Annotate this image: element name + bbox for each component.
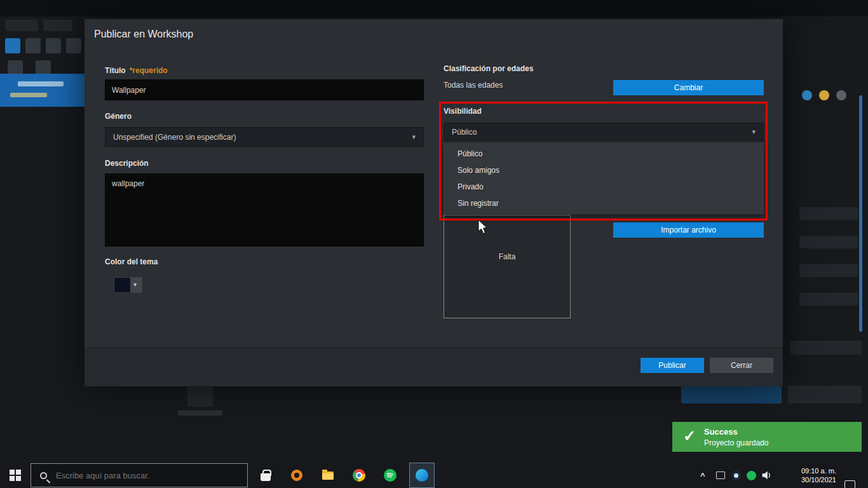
annotation-red-box	[439, 102, 768, 220]
mouse-cursor	[478, 219, 489, 235]
toast-message: Proyecto guardado	[704, 438, 768, 447]
file-explorer-icon	[322, 471, 334, 480]
chevron-down-icon: ▾	[412, 133, 416, 141]
spotify-tray-icon[interactable]	[747, 471, 756, 480]
background-label	[178, 410, 222, 416]
background-toolbar-icon	[66, 38, 81, 53]
clock-date: 30/10/2021	[787, 475, 836, 484]
background-toolbar-icon	[25, 38, 41, 53]
color-swatch	[114, 278, 130, 292]
start-button[interactable]	[3, 463, 28, 488]
windows-logo-icon	[10, 470, 21, 481]
background-selected-item	[0, 74, 85, 107]
genre-selected-value: Unspecified (Género sin especificar)	[113, 133, 236, 142]
taskbar-app-store[interactable]	[253, 463, 278, 488]
taskbar: ^ 09:10 a. m. 30/10/2021	[0, 463, 868, 488]
background-panel-item	[799, 207, 858, 220]
clock[interactable]: 09:10 a. m. 30/10/2021	[787, 466, 836, 484]
description-textarea[interactable]: wallpaper	[105, 173, 424, 247]
background-titlebar	[0, 0, 868, 17]
background-toolbar-icon	[46, 38, 61, 53]
import-file-button[interactable]: Importar archivo	[613, 222, 764, 238]
change-rating-button[interactable]: Cambiar	[613, 80, 764, 95]
microsoft-store-icon	[261, 473, 271, 481]
steam-tray-icon[interactable]	[731, 471, 741, 480]
background-status-dot	[819, 90, 829, 100]
theme-color-picker[interactable]: ▾	[113, 276, 143, 294]
background-status-dot	[802, 90, 812, 100]
volume-icon[interactable]	[761, 470, 772, 481]
dialog-title: Publicar en Workshop	[94, 29, 193, 40]
orange-app-icon	[291, 470, 302, 481]
description-label: Descripción	[105, 159, 149, 168]
check-icon: ✓	[683, 427, 696, 445]
theme-color-label: Color del tema	[105, 257, 158, 266]
chrome-icon	[353, 469, 365, 482]
taskbar-app-orange[interactable]	[284, 463, 309, 488]
toast-title: Success	[704, 427, 738, 437]
background-panel-item	[799, 293, 858, 306]
age-rating-label: Clasificación por edades	[444, 64, 533, 73]
taskbar-search[interactable]	[31, 463, 248, 487]
search-icon	[40, 472, 47, 479]
taskbar-app-wallpaper-engine-active[interactable]	[409, 463, 435, 488]
background-menu-item	[5, 20, 38, 31]
genre-select[interactable]: Unspecified (Género sin especificar) ▾	[105, 127, 424, 147]
background-panel-item	[799, 264, 858, 277]
required-marker: *requerido	[130, 66, 168, 75]
genre-label: Género	[105, 112, 132, 121]
taskbar-app-explorer[interactable]	[315, 463, 341, 488]
background-status-dot	[836, 90, 846, 100]
spotify-icon	[384, 469, 397, 482]
background-panel-item	[790, 341, 862, 355]
close-button[interactable]: Cerrar	[710, 358, 773, 373]
background-button	[788, 386, 862, 403]
taskbar-app-chrome[interactable]	[346, 463, 372, 488]
title-input[interactable]	[105, 79, 424, 100]
success-toast: ✓ Success Proyecto guardado	[672, 422, 862, 452]
wallpaper-engine-icon	[416, 469, 428, 482]
preview-box[interactable]: Falta	[444, 215, 571, 318]
tray-chevron-up-icon[interactable]: ^	[700, 471, 705, 480]
clock-time: 09:10 a. m.	[787, 466, 836, 475]
background-menu-item	[43, 20, 72, 31]
taskbar-app-spotify[interactable]	[377, 463, 403, 488]
action-center-icon[interactable]	[844, 480, 855, 488]
background-scrollbar	[859, 95, 862, 332]
chevron-down-icon: ▾	[133, 281, 137, 288]
screen: Publicar en Workshop Título*requerido Gé…	[0, 0, 868, 488]
tray-app-icon[interactable]	[716, 471, 725, 479]
preview-missing-text: Falta	[444, 252, 570, 261]
title-label: Título	[105, 66, 126, 75]
publish-button[interactable]: Publicar	[641, 358, 704, 373]
search-input[interactable]	[56, 471, 227, 480]
age-rating-value: Todas las edades	[444, 81, 503, 90]
background-button	[681, 386, 782, 403]
background-toolbar-icon	[5, 38, 20, 53]
title-field-label: Título*requerido	[105, 64, 168, 76]
background-panel-item	[799, 236, 858, 248]
